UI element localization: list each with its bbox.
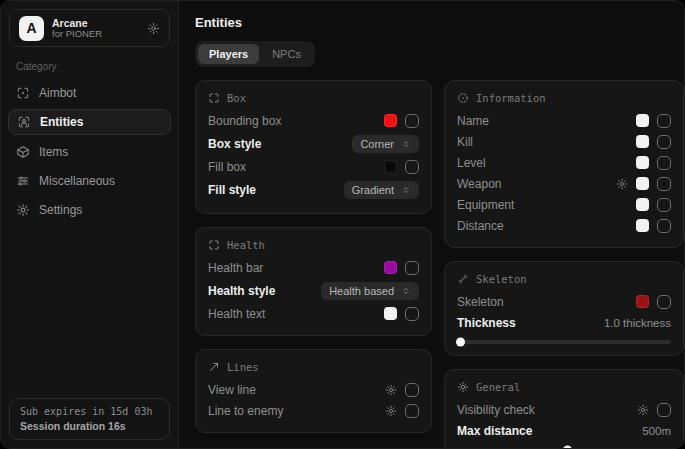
color-swatch[interactable] xyxy=(384,307,397,320)
setting-row-fill-style: Fill style Gradient xyxy=(208,177,419,202)
panel-title: Lines xyxy=(227,361,259,373)
category-label: Category xyxy=(16,61,178,72)
sidebar-nav: Aimbot Entities Items Miscellaneous xyxy=(1,78,178,224)
checkbox[interactable] xyxy=(405,160,419,174)
panel-title: Box xyxy=(227,92,246,104)
brand-logo: A xyxy=(19,16,44,41)
checkbox[interactable] xyxy=(657,403,671,417)
entity-scan-icon xyxy=(17,115,31,129)
setting-row-view-line: View line xyxy=(208,379,419,400)
color-swatch[interactable] xyxy=(636,135,649,148)
gear-icon[interactable] xyxy=(637,404,649,416)
tab-npcs[interactable]: NPCs xyxy=(261,44,312,64)
checkbox[interactable] xyxy=(405,307,419,321)
panel-title: Health xyxy=(227,239,265,251)
checkbox[interactable] xyxy=(657,156,671,170)
fill-style-dropdown[interactable]: Gradient xyxy=(344,181,419,199)
setting-row-weapon: Weapon xyxy=(457,173,671,194)
sidebar-item-label: Aimbot xyxy=(39,86,76,100)
sidebar-item-label: Entities xyxy=(40,115,83,129)
dropdown-icon xyxy=(401,286,411,296)
color-swatch[interactable] xyxy=(636,114,649,127)
color-swatch[interactable] xyxy=(636,219,649,232)
brand-card: A Arcane for PIONER xyxy=(9,9,170,47)
setting-row-equipment: Equipment xyxy=(457,194,671,215)
checkbox[interactable] xyxy=(405,114,419,128)
health-style-dropdown[interactable]: Health based xyxy=(321,282,419,300)
setting-row-box-style: Box style Corner xyxy=(208,131,419,156)
setting-row-distance: Distance xyxy=(457,215,671,236)
sidebar-item-entities[interactable]: Entities xyxy=(8,109,171,135)
scan-brackets-icon xyxy=(208,92,220,104)
checkbox[interactable] xyxy=(657,114,671,128)
checkbox[interactable] xyxy=(405,261,419,275)
panel-title: Skeleton xyxy=(476,273,527,285)
setting-row-max-distance: Max distance 500m xyxy=(457,420,671,441)
setting-row-kill: Kill xyxy=(457,131,671,152)
color-swatch[interactable] xyxy=(384,160,397,173)
arcane-menu-window: A Arcane for PIONER Category Aimbot xyxy=(0,0,685,449)
color-swatch[interactable] xyxy=(636,295,649,308)
color-swatch[interactable] xyxy=(636,177,649,190)
setting-row-level: Level xyxy=(457,152,671,173)
checkbox[interactable] xyxy=(405,404,419,418)
thickness-slider[interactable] xyxy=(457,340,671,344)
slider-thumb[interactable] xyxy=(456,338,465,347)
main-area: Entities Players NPCs Box Bounding box xyxy=(179,1,685,448)
gear-icon[interactable] xyxy=(385,405,397,417)
crosshair-icon xyxy=(16,86,30,100)
setting-row-line-to-enemy: Line to enemy xyxy=(208,400,419,421)
gear-icon[interactable] xyxy=(385,384,397,396)
color-swatch[interactable] xyxy=(636,198,649,211)
diagonal-line-icon xyxy=(208,361,220,373)
session-duration-text: Session duration 16s xyxy=(20,420,159,432)
tab-players[interactable]: Players xyxy=(198,44,259,64)
checkbox[interactable] xyxy=(657,198,671,212)
sun-icon xyxy=(457,381,469,393)
panel-box: Box Bounding box Box style Corner xyxy=(195,80,432,214)
setting-row-health-bar: Health bar xyxy=(208,257,419,278)
sidebar: A Arcane for PIONER Category Aimbot xyxy=(1,1,179,448)
dropdown-icon xyxy=(401,185,411,195)
checkbox[interactable] xyxy=(657,177,671,191)
sidebar-item-label: Settings xyxy=(39,203,82,217)
brand-subtitle: for PIONER xyxy=(52,29,139,40)
panel-information: Information Name Kill xyxy=(444,80,684,248)
slider-thumb[interactable] xyxy=(563,446,572,449)
setting-row-name: Name xyxy=(457,110,671,131)
setting-row-visibility-check: Visibility check xyxy=(457,399,671,420)
gear-icon[interactable] xyxy=(147,22,160,35)
color-swatch[interactable] xyxy=(384,261,397,274)
sidebar-item-aimbot[interactable]: Aimbot xyxy=(1,79,178,106)
checkbox[interactable] xyxy=(657,135,671,149)
gear-icon xyxy=(16,203,30,217)
max-distance-value: 500m xyxy=(642,425,671,437)
checkbox[interactable] xyxy=(657,219,671,233)
gear-icon[interactable] xyxy=(616,178,628,190)
sidebar-item-label: Items xyxy=(39,145,68,159)
dashed-circle-icon xyxy=(457,92,469,104)
setting-row-thickness: Thickness 1.0 thickness xyxy=(457,312,671,333)
cube-icon xyxy=(16,145,30,159)
thickness-value: 1.0 thickness xyxy=(604,317,671,329)
sub-expiry-text: Sub expires in 15d 03h xyxy=(20,406,159,417)
dropdown-icon xyxy=(401,139,411,149)
panel-title: Information xyxy=(476,92,546,104)
sidebar-item-items[interactable]: Items xyxy=(1,138,178,165)
setting-row-fill-box: Fill box xyxy=(208,156,419,177)
box-style-dropdown[interactable]: Corner xyxy=(352,135,419,153)
setting-row-bounding-box: Bounding box xyxy=(208,110,419,131)
checkbox[interactable] xyxy=(405,383,419,397)
sidebar-item-settings[interactable]: Settings xyxy=(1,196,178,223)
color-swatch[interactable] xyxy=(636,156,649,169)
panel-health: Health Health bar Health style Health ba… xyxy=(195,227,432,336)
setting-row-health-style: Health style Health based xyxy=(208,278,419,303)
checkbox[interactable] xyxy=(657,295,671,309)
tab-group: Players NPCs xyxy=(195,41,315,67)
panel-lines: Lines View line Line to enemy xyxy=(195,349,432,433)
sidebar-item-miscellaneous[interactable]: Miscellaneous xyxy=(1,167,178,194)
sidebar-item-label: Miscellaneous xyxy=(39,174,115,188)
brand-name: Arcane xyxy=(52,17,139,29)
color-swatch[interactable] xyxy=(384,114,397,127)
panel-general: General Visibility check Max distance xyxy=(444,369,684,449)
